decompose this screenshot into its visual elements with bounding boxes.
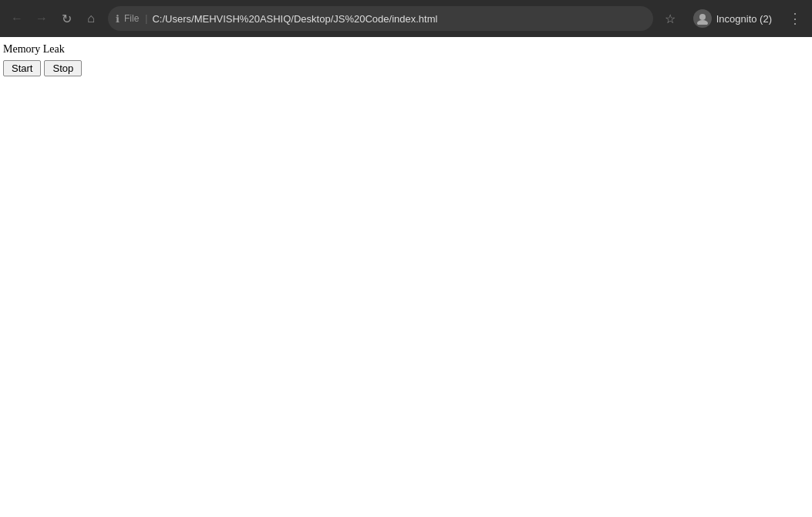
- star-icon: ☆: [665, 12, 676, 26]
- back-icon: ←: [11, 12, 23, 25]
- chrome-menu-button[interactable]: ⋮: [784, 8, 806, 29]
- menu-icon: ⋮: [788, 10, 802, 27]
- incognito-button[interactable]: Incognito (2): [687, 6, 778, 31]
- page-content: Memory Leak Start Stop: [0, 37, 812, 517]
- start-button[interactable]: Start: [3, 60, 41, 76]
- forward-button[interactable]: →: [31, 8, 52, 29]
- file-label: File: [124, 13, 139, 24]
- url-separator: |: [145, 13, 147, 24]
- forward-icon: →: [35, 12, 48, 25]
- button-group: Start Stop: [3, 60, 809, 76]
- avatar: [693, 9, 712, 28]
- url-text: C:/Users/MEHVISH%20ASHIQ/Desktop/JS%20Co…: [152, 13, 645, 25]
- address-bar[interactable]: ℹ File | C:/Users/MEHVISH%20ASHIQ/Deskto…: [108, 6, 653, 31]
- nav-buttons: ← → ↻ ⌂: [6, 8, 102, 29]
- svg-point-0: [699, 14, 706, 20]
- home-button[interactable]: ⌂: [80, 8, 102, 29]
- svg-point-1: [697, 20, 708, 25]
- bookmark-button[interactable]: ☆: [659, 8, 681, 29]
- reload-icon: ↻: [62, 12, 72, 26]
- page-title: Memory Leak: [3, 43, 809, 56]
- info-icon: ℹ: [116, 13, 120, 25]
- reload-button[interactable]: ↻: [56, 8, 77, 29]
- browser-chrome: ← → ↻ ⌂ ℹ File | C:/Users/MEHVISH%20ASHI…: [0, 0, 812, 37]
- stop-button[interactable]: Stop: [44, 60, 82, 76]
- home-icon: ⌂: [87, 12, 95, 25]
- back-button[interactable]: ←: [6, 8, 28, 29]
- right-controls: ☆ Incognito (2) ⋮: [659, 6, 806, 31]
- incognito-label: Incognito (2): [716, 13, 772, 25]
